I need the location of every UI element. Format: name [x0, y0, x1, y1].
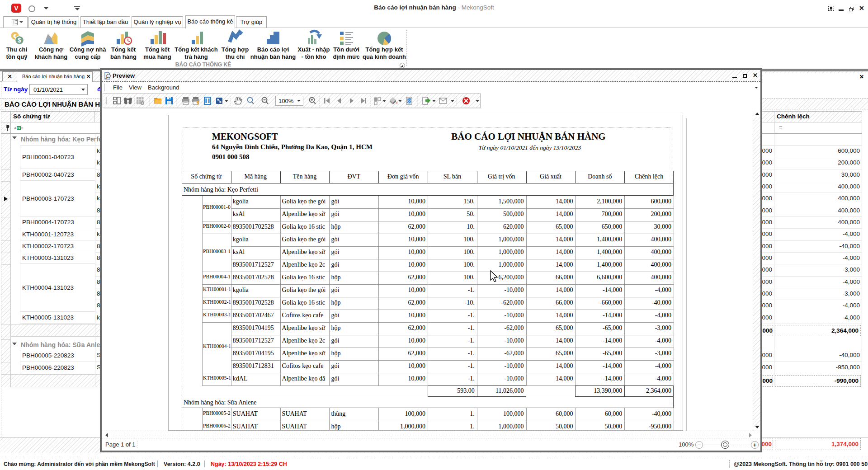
svg-text:$: $	[18, 37, 21, 44]
